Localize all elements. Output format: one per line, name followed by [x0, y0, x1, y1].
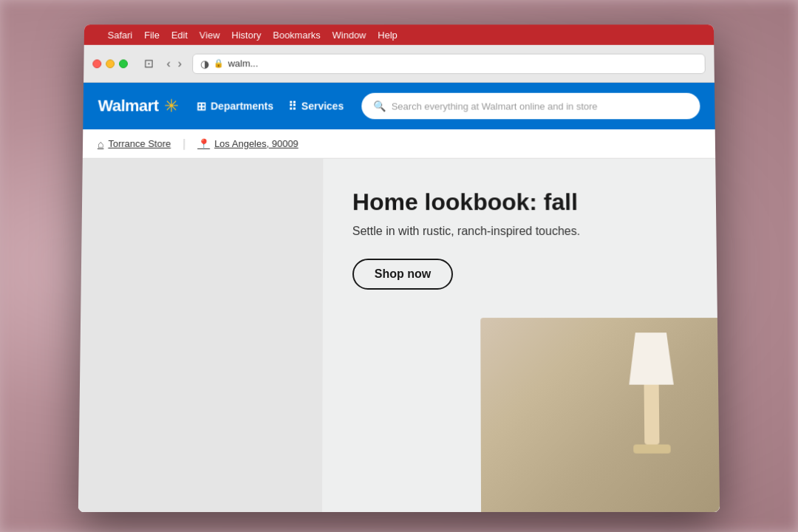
departments-nav-link[interactable]: ⊞ Departments	[197, 99, 273, 113]
menu-file[interactable]: File	[144, 30, 160, 41]
walmart-logo[interactable]: Walmart ✳	[98, 96, 179, 117]
lamp-decoration	[629, 332, 675, 454]
menu-edit[interactable]: Edit	[171, 30, 188, 41]
services-icon: ⠿	[288, 99, 297, 113]
lock-icon: 🔒	[214, 58, 224, 68]
nav-arrows: ‹ ›	[163, 54, 185, 73]
pin-icon: 📍	[197, 137, 210, 149]
location-bar: ⌂ Torrance Store | 📍 Los Angeles, 90009	[83, 129, 715, 159]
hero-subtitle: Settle in with rustic, ranch-inspired to…	[352, 225, 687, 239]
store-label: Torrance Store	[108, 138, 171, 149]
lamp-base	[644, 385, 660, 445]
walmart-header: Walmart ✳ ⊞ Departments ⠿ Services 🔍 Sea…	[83, 83, 715, 129]
back-arrow-icon: ‹	[166, 57, 170, 69]
hero-title: Home lookbook: fall	[352, 188, 686, 216]
city-location-link[interactable]: 📍 Los Angeles, 90009	[197, 137, 299, 149]
close-button[interactable]	[92, 59, 101, 68]
macos-menubar: Safari File Edit View History Bookmarks …	[84, 24, 715, 44]
departments-label: Departments	[211, 100, 273, 112]
maximize-button[interactable]	[119, 59, 128, 68]
city-label: Los Angeles, 90009	[214, 138, 299, 149]
services-nav-link[interactable]: ⠿ Services	[288, 99, 344, 113]
menu-history[interactable]: History	[231, 30, 261, 41]
url-text: walm...	[228, 58, 258, 69]
walmart-spark-icon: ✳	[164, 96, 179, 117]
menu-view[interactable]: View	[200, 30, 220, 41]
services-label: Services	[301, 100, 344, 112]
hero-banner: Home lookbook: fall Settle in with rusti…	[78, 159, 720, 512]
walmart-nav: ⊞ Departments ⠿ Services	[197, 99, 344, 113]
minimize-button[interactable]	[106, 59, 115, 68]
main-content: Home lookbook: fall Settle in with rusti…	[78, 159, 720, 512]
lamp-shade	[629, 332, 674, 384]
menu-help[interactable]: Help	[378, 30, 398, 41]
sidebar-icon: ⊡	[144, 58, 154, 70]
walmart-wordmark: Walmart	[98, 97, 158, 116]
location-divider: |	[183, 137, 185, 150]
window-controls	[92, 59, 128, 68]
back-button[interactable]: ‹	[163, 54, 173, 73]
hero-card: Home lookbook: fall Settle in with rusti…	[322, 159, 720, 512]
search-bar[interactable]: 🔍 Search everything at Walmart online an…	[361, 93, 700, 120]
furniture-image	[480, 318, 720, 512]
search-placeholder: Search everything at Walmart online and …	[392, 100, 598, 112]
store-location-link[interactable]: ⌂ Torrance Store	[98, 137, 171, 149]
safari-toolbar: ⊡ ‹ › ◑ 🔒 walm...	[83, 45, 715, 83]
shop-now-label: Shop now	[375, 267, 431, 281]
address-bar[interactable]: ◑ 🔒 walm...	[192, 53, 706, 74]
search-icon: 🔍	[373, 100, 386, 112]
forward-button[interactable]: ›	[175, 54, 185, 73]
forward-arrow-icon: ›	[178, 57, 182, 69]
menu-safari[interactable]: Safari	[108, 30, 133, 41]
store-icon: ⌂	[98, 137, 104, 149]
menu-window[interactable]: Window	[332, 30, 366, 41]
sidebar-toggle-button[interactable]: ⊡	[141, 54, 157, 74]
browser-window: Safari File Edit View History Bookmarks …	[78, 24, 720, 512]
shop-now-button[interactable]: Shop now	[352, 259, 454, 290]
lamp-foot	[633, 445, 670, 454]
hero-left-area	[78, 159, 323, 512]
departments-icon: ⊞	[197, 99, 206, 113]
menu-bookmarks[interactable]: Bookmarks	[273, 30, 320, 41]
reader-icon: ◑	[200, 58, 209, 69]
